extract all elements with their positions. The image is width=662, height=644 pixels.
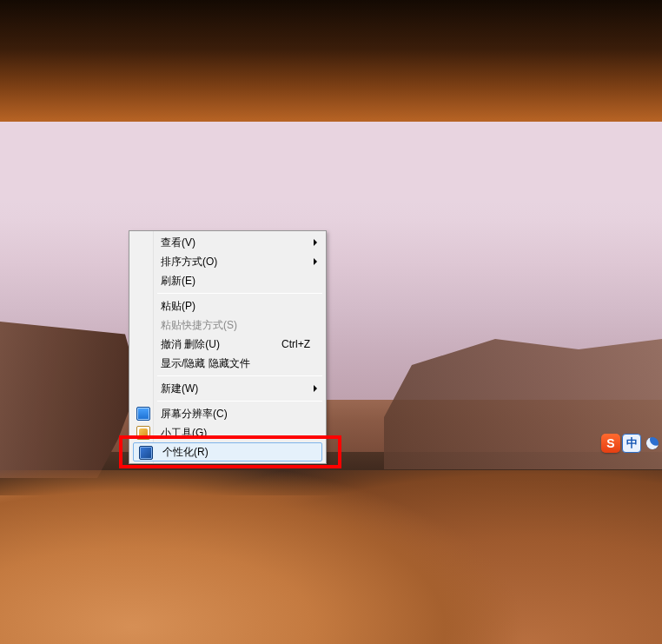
menu-item-gadgets[interactable]: 小工具(G)	[131, 423, 324, 442]
menu-label: 粘贴快捷方式(S)	[161, 319, 237, 331]
menu-item-screen-resolution[interactable]: 屏幕分辨率(C)	[131, 404, 324, 423]
menu-item-view[interactable]: 查看(V)	[131, 233, 324, 252]
menu-label: 小工具(G)	[161, 427, 207, 439]
ime-language-label: 中	[626, 435, 638, 451]
menu-label: 新建(W)	[161, 382, 198, 395]
menu-label: 查看(V)	[161, 236, 195, 249]
wallpaper-left-cliff	[0, 322, 139, 478]
gadget-icon	[136, 426, 150, 440]
menu-item-sort[interactable]: 排序方式(O)	[131, 252, 324, 271]
moon-icon	[645, 435, 659, 450]
menu-item-refresh[interactable]: 刷新(E)	[131, 271, 324, 290]
menu-label: 粘贴(P)	[161, 300, 195, 312]
personalize-icon	[139, 446, 153, 460]
submenu-arrow-icon	[314, 385, 317, 392]
submenu-arrow-icon	[314, 258, 317, 265]
menu-item-personalize[interactable]: 个性化(R)	[133, 442, 322, 461]
desktop-context-menu: 查看(V) 排序方式(O) 刷新(E) 粘贴(P) 粘贴快捷方式(S) 撤消 删…	[129, 230, 327, 464]
monitor-icon	[136, 407, 150, 421]
menu-item-undo-delete[interactable]: 撤消 删除(U) Ctrl+Z	[131, 335, 324, 354]
ime-language-bar: S 中	[601, 433, 662, 454]
desktop-wallpaper[interactable]	[0, 0, 662, 644]
menu-item-paste[interactable]: 粘贴(P)	[131, 296, 324, 315]
menu-label: 显示/隐藏 隐藏文件	[161, 357, 250, 369]
menu-item-new[interactable]: 新建(W)	[131, 379, 324, 398]
menu-label: 刷新(E)	[161, 275, 195, 287]
menu-label: 屏幕分辨率(C)	[161, 408, 228, 420]
menu-label: 排序方式(O)	[161, 256, 217, 268]
ime-mode-toggle[interactable]	[643, 434, 662, 453]
menu-separator	[157, 401, 322, 402]
sogou-logo-letter: S	[606, 436, 614, 450]
wallpaper-foreground	[0, 470, 662, 644]
menu-label: 个性化(R)	[162, 446, 209, 458]
menu-label: 撤消 删除(U)	[161, 338, 220, 350]
menu-item-paste-shortcut: 粘贴快捷方式(S)	[131, 315, 324, 335]
sogou-ime-icon[interactable]: S	[601, 434, 620, 453]
ime-language-toggle[interactable]: 中	[622, 434, 641, 453]
menu-item-toggle-hidden-files[interactable]: 显示/隐藏 隐藏文件	[131, 354, 324, 373]
menu-shortcut: Ctrl+Z	[281, 335, 310, 354]
wallpaper-overhang	[0, 0, 662, 122]
menu-separator	[157, 293, 322, 294]
submenu-arrow-icon	[314, 239, 317, 246]
menu-separator	[157, 375, 322, 376]
